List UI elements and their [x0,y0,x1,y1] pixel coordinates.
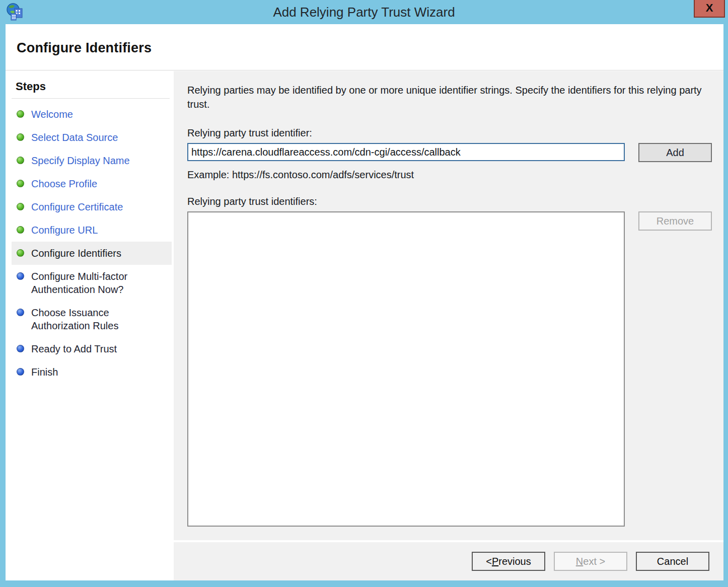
completed-step-icon [17,203,24,210]
step-specify-display-name[interactable]: Specify Display Name [12,149,172,172]
completed-step-icon [17,249,24,257]
page-title: Configure Identifiers [17,40,723,56]
example-text: Example: https://fs.contoso.com/adfs/ser… [187,169,723,181]
window-title: Add Relying Party Trust Wizard [0,0,728,24]
step-select-data-source[interactable]: Select Data Source [12,126,172,149]
step-finish: Finish [12,360,172,384]
wizard-window: Add Relying Party Trust Wizard X Configu… [0,0,728,587]
identifiers-list-label: Relying party trust identifiers: [187,196,723,207]
identifiers-listbox[interactable] [187,211,625,527]
close-button[interactable]: X [694,0,725,18]
step-configure-url[interactable]: Configure URL [12,218,172,242]
completed-step-icon [17,180,24,187]
step-configure-identifiers[interactable]: Configure Identifiers [12,242,172,265]
completed-step-icon [17,133,24,141]
previous-button[interactable]: < Previous [472,552,545,571]
identifier-input-label: Relying party trust identifier: [187,127,723,139]
relying-party-identifier-input[interactable] [187,143,625,161]
main-content: Relying parties may be identified by one… [174,71,723,540]
step-ready-to-add-trust: Ready to Add Trust [12,337,172,360]
add-button[interactable]: Add [638,143,712,162]
completed-step-icon [17,110,24,118]
remove-button: Remove [638,211,712,231]
next-button: Next > [554,552,627,571]
title-bar: Add Relying Party Trust Wizard X [0,0,728,24]
steps-heading: Steps [12,77,170,99]
steps-sidebar: Steps Welcome Select Data Source Specify… [6,71,172,580]
pending-step-icon [17,309,24,316]
step-welcome[interactable]: Welcome [12,103,172,126]
steps-list: Welcome Select Data Source Specify Displ… [12,103,172,384]
pending-step-icon [17,368,24,376]
page-description: Relying parties may be identified by one… [187,83,706,111]
pending-step-icon [17,345,24,352]
dialog-frame: Configure Identifiers Steps Welcome Sele… [6,24,723,580]
step-choose-profile[interactable]: Choose Profile [12,172,172,195]
cancel-button[interactable]: Cancel [636,552,709,571]
step-choose-issuance-rules: Choose Issuance Authorization Rules [12,301,172,337]
pending-step-icon [17,272,24,280]
step-configure-mfa: Configure Multi-factor Authentication No… [12,265,172,301]
completed-step-icon [17,157,24,164]
page-header: Configure Identifiers [6,24,723,70]
completed-step-icon [17,226,24,234]
wizard-footer: < Previous Next > Cancel [174,542,723,580]
step-configure-certificate[interactable]: Configure Certificate [12,195,172,218]
